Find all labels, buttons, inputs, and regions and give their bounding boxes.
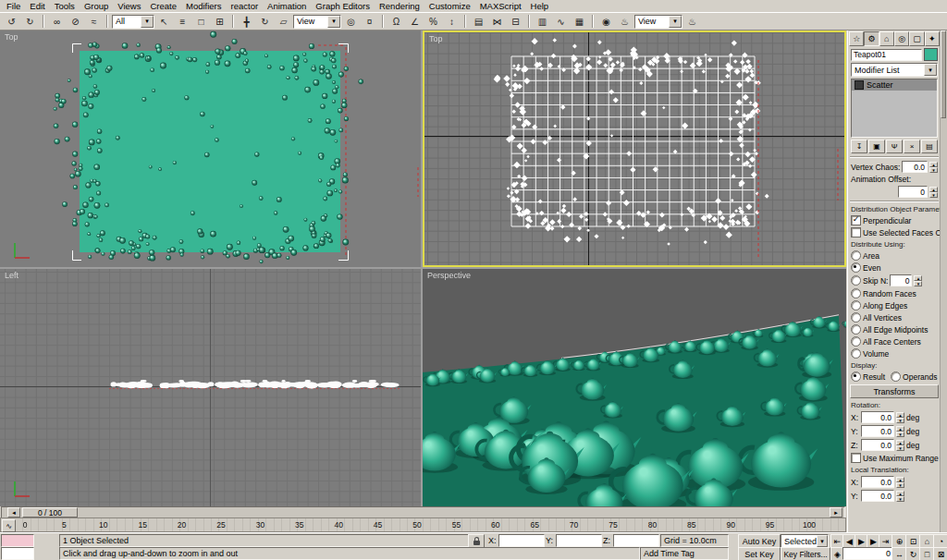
percent-snap-button[interactable]: % xyxy=(424,13,442,30)
viewport-top-canvas[interactable] xyxy=(0,30,421,267)
vertex-chaos-field[interactable]: 0.0 xyxy=(902,161,928,173)
select-object-button[interactable]: ↖ xyxy=(155,13,173,30)
go-to-end-button[interactable]: ⇥ xyxy=(879,534,892,548)
key-filters-button[interactable]: Key Filters... xyxy=(781,547,830,560)
spinner-down-icon[interactable]: ▾ xyxy=(896,482,904,488)
reference-coordinate-dropdown[interactable]: View ▾ xyxy=(293,15,341,29)
local-translation-x-spinner[interactable]: ▴▾ xyxy=(896,477,904,488)
viewport-label-top[interactable]: Top xyxy=(5,32,18,42)
radio-icon[interactable] xyxy=(891,371,901,382)
menu-modifiers[interactable]: Modifiers xyxy=(181,0,227,12)
animation-offset-field[interactable]: 0 xyxy=(898,186,928,198)
menu-rendering[interactable]: Rendering xyxy=(375,0,424,12)
spinner-down-icon[interactable]: ▾ xyxy=(914,281,922,286)
rotation-x-spinner[interactable]: ▴▾ xyxy=(896,412,904,423)
distribute-option-all-vertices[interactable]: All Vertices xyxy=(851,312,938,323)
trackbar-ruler[interactable]: 0510152025303540455055606570758085909510… xyxy=(16,518,845,531)
field-of-view-button[interactable]: ◔ xyxy=(933,534,947,548)
named-selection-sets-button[interactable]: ▤ xyxy=(470,13,487,30)
viewport-top-left[interactable]: Top xyxy=(0,30,421,267)
object-name-field[interactable]: Teapot01 xyxy=(851,49,922,61)
bind-to-space-warp-button[interactable]: ≈ xyxy=(85,13,103,30)
menu-maxscript[interactable]: MAXScript xyxy=(475,0,526,12)
spinner-down-icon[interactable]: ▾ xyxy=(896,432,904,437)
schematic-view-button[interactable]: ▦ xyxy=(571,13,588,30)
snaps-toggle-button[interactable]: Ω xyxy=(387,13,405,30)
key-mode-dropdown[interactable]: Selected ▾ xyxy=(781,534,829,548)
modifier-stack[interactable]: Scatter xyxy=(851,79,938,138)
distribute-option-all-face-centers[interactable]: All Face Centers xyxy=(851,336,938,347)
redo-button[interactable]: ↻ xyxy=(21,13,39,30)
viewport-perspective[interactable]: Perspective xyxy=(423,269,846,506)
rotation-z-spinner[interactable]: ▴▾ xyxy=(896,440,904,451)
animation-offset-spinner[interactable]: ▴▾ xyxy=(929,187,938,198)
spinner-down-icon[interactable]: ▾ xyxy=(896,496,904,502)
modifier-stack-item-scatter[interactable]: Scatter xyxy=(852,79,937,91)
menu-group[interactable]: Group xyxy=(80,0,113,12)
modifier-list-dropdown[interactable]: Modifier List ▾ xyxy=(851,63,938,77)
coordinate-z-field[interactable] xyxy=(613,534,659,547)
spinner-down-icon[interactable]: ▾ xyxy=(929,167,938,173)
select-and-manipulate-button[interactable]: ¤ xyxy=(361,13,378,30)
open-mini-curve-editor-button[interactable]: ∿ xyxy=(2,519,16,532)
local-translation-y-spinner[interactable]: ▴▾ xyxy=(896,491,904,502)
distribute-option-volume[interactable]: Volume xyxy=(851,348,938,359)
maxscript-macro-recorder-field[interactable] xyxy=(1,534,34,547)
window-crossing-button[interactable]: ⊞ xyxy=(211,13,228,30)
time-slider-left-arrow[interactable]: ◂ xyxy=(7,507,20,517)
local-translation-y-field[interactable]: 0.0 xyxy=(861,490,894,502)
viewport-left[interactable]: Left xyxy=(0,269,421,506)
tab-motion[interactable]: ◎ xyxy=(894,31,909,46)
rotation-y-field[interactable]: 0.0 xyxy=(861,425,894,437)
track-bar[interactable]: ∿ 05101520253035404550556065707580859095… xyxy=(0,517,846,532)
select-and-link-button[interactable]: ∞ xyxy=(48,13,66,30)
time-slider-right-arrow[interactable]: ▸ xyxy=(830,507,842,517)
panel-scrollbar[interactable] xyxy=(940,30,947,532)
unlink-selection-button[interactable]: ⊘ xyxy=(67,13,84,30)
spinner-down-icon[interactable]: ▾ xyxy=(929,192,938,198)
tab-create[interactable]: ☆ xyxy=(849,31,864,46)
undo-button[interactable]: ↺ xyxy=(3,13,20,30)
remove-modifier-button[interactable]: × xyxy=(904,140,920,153)
viewport-top-right-active[interactable]: Top xyxy=(423,30,846,267)
viewport-perspective-canvas[interactable] xyxy=(423,269,846,506)
viewport-label-left[interactable]: Left xyxy=(5,271,18,280)
use-maximum-range-checkbox[interactable]: Use Maximum Range xyxy=(851,453,938,463)
angle-snap-button[interactable]: ∠ xyxy=(406,13,424,30)
show-end-result-button[interactable]: ▣ xyxy=(868,140,885,153)
rotation-y-spinner[interactable]: ▴▾ xyxy=(896,426,904,437)
menu-customize[interactable]: Customize xyxy=(424,0,475,12)
spinner-snap-button[interactable]: ↕ xyxy=(443,13,461,30)
selection-region-button[interactable]: □ xyxy=(192,13,210,30)
distribute-option-all-edge-midpoints[interactable]: All Edge Midpoints xyxy=(851,324,938,335)
use-selected-faces-checkbox[interactable]: Use Selected Faces Only xyxy=(851,227,938,237)
select-and-rotate-button[interactable]: ↻ xyxy=(256,13,274,30)
perpendicular-checkbox[interactable]: ✓ Perpendicular xyxy=(851,215,938,225)
menu-file[interactable]: File xyxy=(2,0,25,12)
viewport-label-top-active[interactable]: Top xyxy=(429,34,443,43)
quick-render-button[interactable]: ♨ xyxy=(683,13,701,30)
coordinate-y-field[interactable] xyxy=(556,534,602,547)
tab-utilities[interactable]: ✦ xyxy=(925,31,940,46)
scrollbar-thumb[interactable] xyxy=(941,30,946,118)
selection-filter-dropdown[interactable]: All ▾ xyxy=(112,15,154,29)
viewport-top-wireframe-canvas[interactable] xyxy=(424,32,844,265)
set-key-button[interactable]: Set Key xyxy=(738,547,781,560)
select-and-move-button[interactable]: ╋ xyxy=(238,13,255,30)
distribute-option-even[interactable]: Even xyxy=(851,262,938,273)
menu-graph-editors[interactable]: Graph Editors xyxy=(311,0,375,12)
menu-reactor[interactable]: reactor xyxy=(227,0,264,12)
curve-editor-button[interactable]: ∿ xyxy=(552,13,570,30)
menu-edit[interactable]: Edit xyxy=(25,0,49,12)
menu-create[interactable]: Create xyxy=(145,0,181,12)
select-and-scale-button[interactable]: ▱ xyxy=(275,13,292,30)
rotation-x-field[interactable]: 0.0 xyxy=(861,411,894,423)
current-frame-field[interactable]: 0 xyxy=(842,547,894,560)
align-button[interactable]: ⊟ xyxy=(507,13,524,30)
viewport-left-canvas[interactable] xyxy=(0,269,421,506)
use-center-button[interactable]: ◎ xyxy=(342,13,360,30)
render-type-dropdown[interactable]: View ▾ xyxy=(634,15,683,29)
auto-key-button[interactable]: Auto Key xyxy=(738,534,781,548)
distribute-option-area[interactable]: Area xyxy=(851,250,938,261)
time-slider-handle[interactable]: 0 / 100 xyxy=(22,507,78,517)
